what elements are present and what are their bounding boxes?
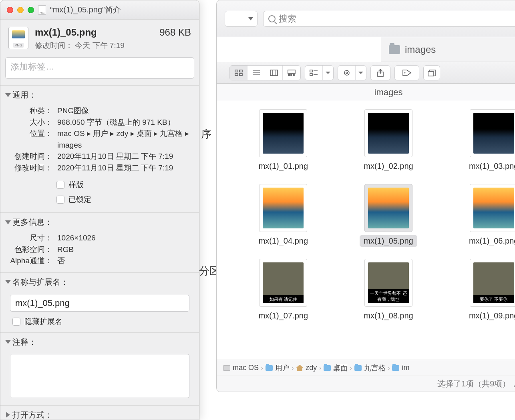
file-item[interactable]: mx(1)_06.png bbox=[443, 184, 515, 247]
section-label: 注释： bbox=[12, 337, 36, 348]
section-open-with-header[interactable]: 打开方式： bbox=[0, 406, 199, 420]
svg-rect-2 bbox=[235, 74, 238, 76]
path-icon bbox=[296, 365, 303, 371]
share-button[interactable] bbox=[370, 65, 390, 80]
file-item[interactable]: mx(1)_01.png bbox=[233, 109, 334, 172]
file-thumbnail bbox=[364, 109, 412, 157]
file-name-label: mx(1)_02.png bbox=[360, 160, 417, 172]
chevron-down-icon bbox=[248, 17, 253, 20]
svg-rect-12 bbox=[291, 74, 292, 76]
section-name-ext: 名称与扩展名： mx(1)_05.png 隐藏扩展名 bbox=[0, 272, 199, 332]
finder-header-title: images bbox=[217, 84, 515, 101]
file-item[interactable]: mx(1)_05.png bbox=[338, 184, 439, 247]
svg-point-22 bbox=[404, 72, 406, 73]
file-item[interactable]: mx(1)_04.png bbox=[233, 184, 334, 247]
tags-field[interactable]: 添加标签… bbox=[5, 57, 194, 79]
minimize-button[interactable] bbox=[17, 7, 24, 13]
file-thumbnail bbox=[259, 184, 307, 232]
path-separator: › bbox=[292, 365, 294, 371]
path-icon bbox=[223, 365, 230, 371]
title-file-icon bbox=[38, 5, 46, 15]
file-item[interactable]: 一天全世界都不 还有我，我也mx(1)_08.png bbox=[338, 259, 439, 322]
group-by-segment[interactable] bbox=[305, 65, 334, 80]
file-name-label: mx(1)_08.png bbox=[360, 310, 417, 322]
path-separator: › bbox=[319, 365, 321, 371]
svg-rect-1 bbox=[239, 70, 242, 72]
path-segment[interactable]: 用户 bbox=[275, 363, 290, 373]
file-thumbnail: PNG bbox=[8, 27, 28, 49]
zoom-button[interactable] bbox=[28, 7, 34, 13]
hide-extension-checkbox[interactable] bbox=[12, 318, 20, 326]
section-label: 通用： bbox=[12, 90, 36, 100]
traffic-lights bbox=[7, 7, 34, 13]
where-label: 位置： bbox=[8, 128, 52, 151]
file-thumbnail bbox=[259, 109, 307, 157]
stationery-label: 样版 bbox=[68, 179, 84, 191]
path-bar[interactable]: mac OS›用户›zdy›桌面›九宫格›im bbox=[217, 360, 515, 376]
svg-rect-10 bbox=[288, 70, 295, 74]
dimensions-label: 尺寸： bbox=[8, 232, 52, 244]
list-view-icon[interactable] bbox=[247, 66, 265, 80]
disclosure-icon bbox=[5, 93, 11, 97]
dimensions-value: 1026×1026 bbox=[57, 232, 191, 244]
file-size: 968 KB bbox=[159, 27, 191, 38]
file-item[interactable]: mx(1)_02.png bbox=[338, 109, 439, 172]
disclosure-icon bbox=[5, 340, 11, 344]
kind-value: PNG图像 bbox=[57, 105, 191, 117]
column-view-icon[interactable] bbox=[265, 66, 283, 80]
alpha-label: Alpha通道： bbox=[8, 255, 52, 267]
get-info-window: “mx(1)_05.png”简介 PNG mx(1)_05.png 968 KB… bbox=[0, 0, 199, 420]
section-general-header[interactable]: 通用： bbox=[0, 86, 199, 104]
view-mode-segment[interactable] bbox=[229, 65, 301, 80]
name-extension-field[interactable]: mx(1)_05.png bbox=[10, 295, 189, 312]
file-item[interactable]: 如果有 请记住mx(1)_07.png bbox=[233, 259, 334, 322]
svg-rect-0 bbox=[235, 70, 238, 72]
section-comments-header[interactable]: 注释： bbox=[0, 333, 199, 352]
modified-value: 2020年11月10日 星期二 下午 7:19 bbox=[57, 162, 191, 174]
file-name-label: mx(1)_04.png bbox=[255, 235, 312, 247]
search-input[interactable]: 搜索 bbox=[263, 11, 515, 27]
svg-rect-11 bbox=[288, 74, 290, 76]
file-thumbnail: 如果有 请记住 bbox=[259, 259, 307, 307]
stationery-checkbox[interactable] bbox=[56, 181, 64, 189]
file-thumbnail bbox=[364, 184, 412, 232]
locked-checkbox[interactable] bbox=[56, 196, 64, 204]
icon-view-icon[interactable] bbox=[230, 66, 247, 80]
svg-rect-13 bbox=[293, 74, 294, 76]
tags-button[interactable] bbox=[394, 65, 419, 80]
action-menu[interactable] bbox=[338, 65, 366, 80]
path-segment[interactable]: zdy bbox=[306, 364, 317, 372]
created-label: 创建时间： bbox=[8, 151, 52, 162]
path-segment[interactable]: mac OS bbox=[233, 364, 259, 372]
path-separator: › bbox=[388, 365, 390, 371]
section-more-info-header[interactable]: 更多信息： bbox=[0, 213, 199, 232]
path-segment[interactable]: im bbox=[402, 364, 409, 372]
file-item[interactable]: 要你了 不要你mx(1)_09.png bbox=[443, 259, 515, 322]
section-label: 打开方式： bbox=[12, 410, 52, 420]
gallery-view-icon[interactable] bbox=[283, 66, 300, 80]
section-label: 名称与扩展名： bbox=[12, 277, 68, 288]
section-name-ext-header[interactable]: 名称与扩展名： bbox=[0, 273, 199, 292]
quicklook-button[interactable] bbox=[423, 65, 440, 80]
created-value: 2020年11月10日 星期二 下午 7:19 bbox=[57, 151, 191, 162]
tab-title: images bbox=[405, 44, 436, 55]
finder-tab[interactable]: images bbox=[381, 37, 515, 62]
file-header: PNG mx(1)_05.png 968 KB 修改时间： 今天 下午 7:19 bbox=[0, 20, 199, 55]
window-title: “mx(1)_05.png”简介 bbox=[50, 4, 121, 15]
file-name-label: mx(1)_05.png bbox=[360, 235, 417, 247]
file-item[interactable]: mx(1)_03.png bbox=[443, 109, 515, 172]
file-name-label: mx(1)_07.png bbox=[255, 310, 312, 322]
section-more-info: 更多信息： 尺寸：1026×1026 色彩空间：RGB Alpha通道：否 bbox=[0, 212, 199, 272]
where-value: mac OS ▸ 用户 ▸ zdy ▸ 桌面 ▸ 九宫格 ▸ images bbox=[57, 128, 191, 151]
modified-label: 修改时间： bbox=[8, 162, 52, 174]
path-segment[interactable]: 九宫格 bbox=[364, 363, 386, 373]
close-button[interactable] bbox=[7, 7, 13, 13]
section-general: 通用： 种类：PNG图像 大小：968,050 字节（磁盘上的 971 KB） … bbox=[0, 85, 199, 212]
toolbar-dropdown[interactable] bbox=[225, 11, 258, 27]
chevron-down-icon bbox=[323, 66, 333, 80]
locked-label: 已锁定 bbox=[68, 194, 91, 206]
kind-label: 种类： bbox=[8, 105, 52, 117]
file-name-label: mx(1)_06.png bbox=[465, 235, 515, 247]
path-segment[interactable]: 桌面 bbox=[333, 363, 348, 373]
comments-field[interactable] bbox=[10, 354, 189, 398]
